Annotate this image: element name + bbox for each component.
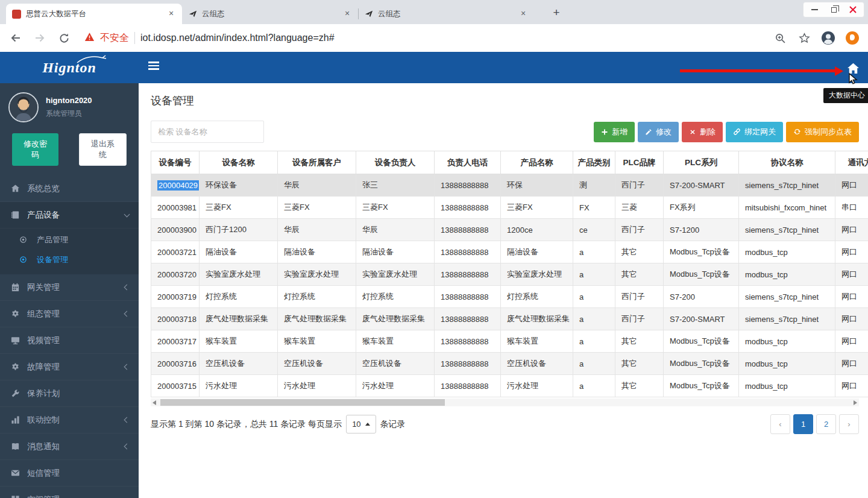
sidebar-item-sms-manage-link[interactable]: 短信管理: [0, 460, 139, 487]
column-header[interactable]: 设备编号: [151, 151, 200, 174]
logout-button[interactable]: 退出系统: [79, 133, 127, 166]
table-row[interactable]: 200003900西门子1200华辰华辰138888888881200cece西…: [151, 219, 868, 241]
sidebar-item-gateway-manage-link[interactable]: 网关管理: [0, 274, 139, 301]
zoom-icon[interactable]: [773, 31, 787, 45]
profile-avatar-icon[interactable]: [821, 31, 835, 45]
wrench-icon: [11, 389, 22, 398]
sidebar-item-space-manage-link[interactable]: 空间管理: [0, 487, 139, 498]
grid-icon: [11, 495, 22, 498]
url-bar[interactable]: 不安全 iot.idosp.net/admin/index.html?langu…: [81, 28, 763, 48]
sidebar-item-fault-manage-link[interactable]: 故障管理: [0, 354, 139, 380]
table-cell: 网口: [835, 375, 868, 397]
force-sync-button[interactable]: 强制同步点表: [786, 122, 859, 142]
column-header[interactable]: 通讯方式: [835, 151, 868, 174]
page-button-2[interactable]: 2: [816, 414, 836, 434]
table-row[interactable]: 200003720实验室废水处理实验室废水处理实验室废水处理1388888888…: [151, 263, 868, 286]
sidebar-item-scada-manage-link[interactable]: 组态管理: [0, 301, 139, 327]
sidebar-item-label: 组态管理: [27, 309, 60, 320]
sidebar-item-linkage-control: 联动控制: [0, 407, 139, 433]
bookmark-star-icon[interactable]: [797, 31, 811, 45]
sidebar-item-product-manage[interactable]: 产品管理: [0, 230, 139, 250]
page-size-dropdown[interactable]: 10: [346, 415, 376, 433]
sidebar-item-device-manage[interactable]: 设备管理: [0, 250, 139, 269]
table-cell: siemens_s7tcp_hinet: [739, 219, 835, 241]
table-row[interactable]: 200003715污水处理污水处理污水处理13888888888污水处理a其它M…: [151, 375, 868, 397]
table-cell: 测: [573, 174, 615, 197]
menu-toggle-button[interactable]: [148, 61, 159, 70]
reload-icon[interactable]: [57, 31, 71, 45]
table-cell: 污水处理: [356, 375, 435, 397]
search-input[interactable]: [151, 121, 264, 143]
column-header[interactable]: 设备所属客户: [278, 151, 356, 174]
table-row[interactable]: 200003721隔油设备隔油设备隔油设备13888888888隔油设备a其它M…: [151, 241, 868, 263]
tab-close-icon[interactable]: ×: [518, 9, 528, 19]
restore-button[interactable]: [825, 4, 842, 16]
bind-gateway-button[interactable]: 绑定网关: [726, 122, 783, 142]
close-button[interactable]: [844, 4, 861, 16]
table-cell: modbus_tcp: [739, 263, 835, 286]
sidebar-subitem-label: 产品管理: [37, 235, 68, 245]
column-header[interactable]: 产品名称: [501, 151, 573, 174]
sidebar-item-maintenance-plan: 保养计划: [0, 380, 139, 407]
browser-tab[interactable]: 云组态×: [182, 4, 358, 24]
next-page-button[interactable]: ›: [839, 414, 859, 434]
extension-icon[interactable]: [845, 31, 860, 45]
home-icon: [11, 184, 22, 193]
table-cell: 13888888888: [435, 353, 501, 375]
browser-tab[interactable]: 思普云大数据平台×: [6, 4, 182, 24]
sidebar-item-linkage-control-link[interactable]: 联动控制: [0, 407, 139, 433]
column-header[interactable]: 产品类别: [573, 151, 615, 174]
scrollbar-thumb[interactable]: [160, 399, 445, 406]
table-row[interactable]: 200003716空压机设备空压机设备空压机设备13888888888空压机设备…: [151, 353, 868, 375]
sidebar-item-message-notify-link[interactable]: 消息通知: [0, 433, 139, 460]
table-row[interactable]: 200003719灯控系统灯控系统灯控系统13888888888灯控系统a西门子…: [151, 286, 868, 308]
sidebar-item-maintenance-plan-link[interactable]: 保养计划: [0, 380, 139, 407]
table-row[interactable]: 200004029环保设备华辰张三13888888888环保测西门子S7-200…: [151, 174, 868, 197]
new-tab-button[interactable]: +: [549, 5, 564, 20]
tab-close-icon[interactable]: ×: [342, 9, 352, 19]
table-cell: 200003721: [151, 241, 200, 263]
scroll-left-icon[interactable]: [153, 400, 156, 405]
change-password-button[interactable]: 修改密码: [12, 133, 58, 166]
table-cell: 200004029: [151, 174, 200, 197]
scroll-right-icon[interactable]: [854, 400, 857, 405]
tab-close-icon[interactable]: ×: [166, 9, 176, 19]
table-cell: 空压机设备: [356, 353, 435, 375]
column-header[interactable]: PLC系列: [664, 151, 739, 174]
user-role: 系统管理员: [46, 109, 92, 119]
table-cell: 西门子: [615, 308, 664, 330]
chevron-down-icon: [124, 211, 130, 217]
cross-icon: [689, 128, 696, 136]
table-row[interactable]: 200003981三菱FX三菱FX三菱FX13888888888三菱FXFX三菱…: [151, 197, 868, 219]
forward-icon[interactable]: [33, 31, 47, 45]
sidebar-item-video-manage-link[interactable]: 视频管理: [0, 327, 139, 354]
browser-tab[interactable]: 云组态×: [358, 4, 534, 24]
table-cell: 废气处理数据采集: [501, 308, 573, 330]
minimize-button[interactable]: [806, 4, 823, 16]
edit-button[interactable]: 修改: [638, 122, 679, 142]
column-header[interactable]: 设备名称: [200, 151, 278, 174]
back-icon[interactable]: [8, 31, 23, 45]
horizontal-scrollbar[interactable]: [151, 399, 859, 406]
sidebar-item-system-overview-link[interactable]: 系统总览: [0, 175, 139, 202]
column-header[interactable]: 设备负责人: [356, 151, 435, 174]
table-row[interactable]: 200003718废气处理数据采集废气处理数据采集废气处理数据采集1388888…: [151, 308, 868, 330]
dot-icon: [19, 256, 31, 263]
table-cell: 西门子1200: [200, 219, 278, 241]
table-cell: 环保: [501, 174, 573, 197]
add-button[interactable]: 新增: [594, 122, 635, 142]
prev-page-button[interactable]: ‹: [770, 414, 790, 434]
column-header[interactable]: 负责人电话: [435, 151, 501, 174]
sidebar-item-gateway-manage: 网关管理: [0, 274, 139, 301]
page-button-1[interactable]: 1: [793, 414, 813, 434]
column-header[interactable]: 协议名称: [739, 151, 835, 174]
chevron-left-icon: [124, 417, 130, 423]
sidebar-item-product-device-link[interactable]: 产品设备: [0, 202, 139, 229]
table-row[interactable]: 200003717猴车装置猴车装置猴车装置13888888888猴车装置a其它M…: [151, 330, 868, 353]
column-header[interactable]: PLC品牌: [615, 151, 664, 174]
screen: 思普云大数据平台×云组态×云组态× + 不安全 iot.idosp.net/ad…: [0, 0, 868, 498]
table-cell: 其它: [615, 263, 664, 286]
table-cell: 串口: [835, 197, 868, 219]
delete-button[interactable]: 删除: [682, 122, 723, 142]
user-avatar[interactable]: [8, 92, 39, 122]
